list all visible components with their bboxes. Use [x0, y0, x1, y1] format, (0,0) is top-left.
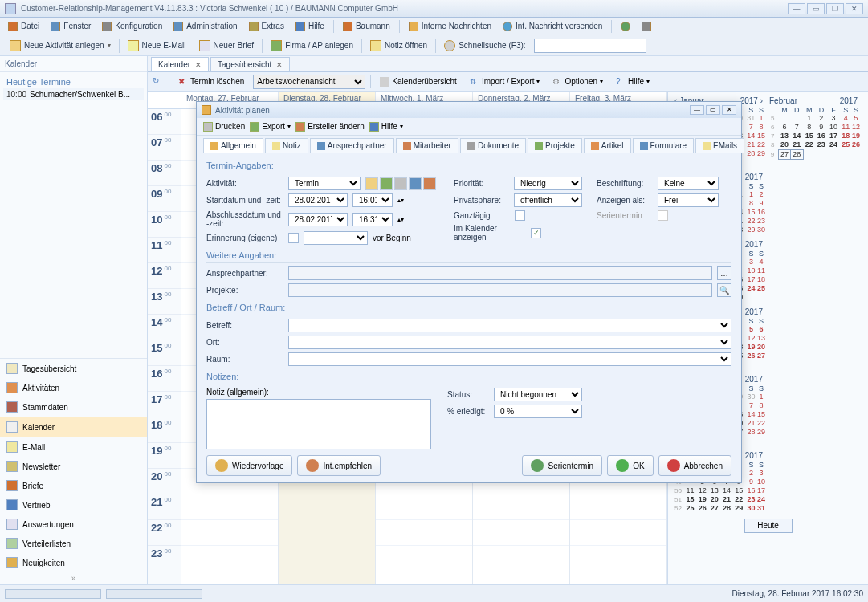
- menu-datei[interactable]: Datei: [3, 20, 44, 33]
- nav-briefe[interactable]: Briefe: [0, 476, 147, 495]
- serientermin-button[interactable]: Serientermin: [522, 455, 602, 476]
- nav-auswertungen[interactable]: Auswertungen: [0, 515, 147, 534]
- dialog-close[interactable]: ✕: [722, 105, 736, 115]
- overview-button[interactable]: Kalenderübersicht: [376, 75, 461, 88]
- menu-hilfe[interactable]: Hilfe: [291, 20, 329, 33]
- status-select[interactable]: Nicht begonnen: [494, 388, 582, 401]
- time-column: 0600070008000900100011001200130014001500…: [148, 109, 181, 584]
- wiedervorlage-button[interactable]: Wiedervorlage: [206, 455, 292, 476]
- separator: [399, 20, 400, 33]
- close-icon[interactable]: ✕: [195, 61, 202, 69]
- restore-button[interactable]: ❐: [826, 3, 844, 14]
- end-time[interactable]: 16:31: [352, 213, 393, 226]
- ok-button[interactable]: OK: [607, 455, 653, 476]
- priv-select[interactable]: öffentlich: [514, 193, 582, 207]
- tab-notiz[interactable]: Notiz: [265, 138, 308, 153]
- menu-int-nachricht-versenden[interactable]: Int. Nachricht versenden: [498, 20, 607, 33]
- minimize-button[interactable]: —: [788, 3, 805, 14]
- dialog-title: Aktivität planen: [215, 106, 270, 115]
- allday-checkbox[interactable]: [515, 210, 525, 221]
- tab-dokumente[interactable]: Dokumente: [460, 138, 526, 153]
- tab-projekte[interactable]: Projekte: [528, 138, 582, 153]
- menu-interne-nachrichten[interactable]: Interne Nachrichten: [404, 20, 496, 33]
- refresh-icon[interactable]: ↻: [153, 76, 164, 87]
- nav-chevron-icon[interactable]: »: [0, 572, 147, 584]
- notiz-textarea[interactable]: [206, 399, 431, 449]
- nav-verteilerlisten[interactable]: Verteilerlisten: [0, 534, 147, 553]
- new-email-button[interactable]: Neue E-Mail: [123, 39, 191, 53]
- tab-artikel[interactable]: Artikel: [584, 138, 631, 153]
- nav-newsletter[interactable]: Newsletter: [0, 457, 147, 476]
- separator: [333, 20, 334, 33]
- tab-tagesuebersicht[interactable]: Tagesübersicht✕: [210, 57, 290, 71]
- heute-button[interactable]: Heute: [744, 519, 793, 533]
- new-activity-button[interactable]: Neue Aktivität anlegen▾: [5, 39, 116, 53]
- close-button[interactable]: ✕: [846, 3, 863, 14]
- beschr-select[interactable]: Keine: [658, 177, 719, 190]
- tab-kalender[interactable]: Kalender✕: [151, 57, 209, 71]
- tab-emails[interactable]: EMails: [695, 138, 744, 153]
- anzeigen-select[interactable]: Frei: [658, 193, 719, 207]
- ap-input[interactable]: [288, 266, 712, 280]
- export-button[interactable]: Export▾: [250, 122, 291, 132]
- mini-cal[interactable]: Februar2017MDMDFSS5123456678910111271314…: [767, 96, 860, 160]
- nav-vertrieb[interactable]: Vertrieb: [0, 495, 147, 515]
- plan-activity-dialog: Aktivität planen —▭✕ Drucken Export▾ Ers…: [196, 101, 742, 483]
- end-date[interactable]: 28.02.2017: [288, 213, 348, 226]
- options-button[interactable]: ⚙Optionen▾: [548, 75, 607, 88]
- maximize-button[interactable]: ▭: [807, 3, 825, 14]
- nav-aktivitaeten[interactable]: Aktivitäten: [0, 378, 147, 397]
- ersteller-button[interactable]: Ersteller ändern: [295, 122, 365, 132]
- raum-input[interactable]: [288, 352, 731, 366]
- aktivitaet-select[interactable]: Termin: [288, 177, 361, 190]
- firma-ap-button[interactable]: Firma / AP anlegen: [266, 39, 358, 53]
- hilfe-button[interactable]: Hilfe▾: [369, 122, 403, 132]
- reminder-checkbox[interactable]: [288, 233, 299, 243]
- ap-lookup-icon[interactable]: …: [717, 266, 731, 280]
- abbrechen-button[interactable]: Abbrechen: [658, 455, 731, 476]
- nav-neuigkeiten[interactable]: Neuigkeiten: [0, 553, 147, 572]
- help-button[interactable]: ?Hilfe▾: [612, 75, 654, 88]
- nav-stammdaten[interactable]: Stammdaten: [0, 397, 147, 417]
- betreff-input[interactable]: [288, 319, 731, 332]
- projekte-input[interactable]: [288, 283, 712, 297]
- schnellsuche-input[interactable]: [534, 39, 646, 53]
- tab-ansprechpartner[interactable]: Ansprechpartner: [310, 138, 394, 153]
- view-select[interactable]: Arbeitswochenansicht: [253, 75, 365, 89]
- menu-extras[interactable]: Extras: [244, 20, 289, 33]
- projekte-lookup-icon[interactable]: 🔍: [717, 283, 731, 297]
- menu-baumann[interactable]: Baumann: [338, 20, 395, 33]
- notiz-button[interactable]: Notiz öffnen: [365, 39, 432, 53]
- delete-termin-button[interactable]: ✖Termin löschen: [174, 75, 248, 88]
- serien-checkbox: [658, 210, 668, 221]
- new-brief-button[interactable]: Neuer Brief: [194, 39, 259, 53]
- start-time[interactable]: 16:01: [352, 193, 393, 207]
- dialog-minimize[interactable]: —: [690, 105, 704, 115]
- nav-email[interactable]: E-Mail: [0, 437, 147, 457]
- import-export-button[interactable]: ⇅Import / Export▾: [466, 75, 544, 88]
- menu-administration[interactable]: Administration: [169, 20, 242, 33]
- user-icon[interactable]: [616, 20, 635, 33]
- drucken-button[interactable]: Drucken: [203, 122, 245, 132]
- today-appointment[interactable]: 10:00 Schumacher/Schwenkel B...: [3, 88, 144, 100]
- tab-formulare[interactable]: Formulare: [633, 138, 695, 153]
- close-icon[interactable]: ✕: [276, 61, 283, 69]
- showincal-checkbox[interactable]: ✓: [531, 228, 541, 238]
- ort-input[interactable]: [288, 336, 731, 349]
- dialog-maximize[interactable]: ▭: [706, 105, 720, 115]
- menu-konfiguration[interactable]: Konfiguration: [97, 20, 167, 33]
- nav-tagesuebersicht[interactable]: Tagesübersicht: [0, 359, 147, 378]
- section-weitere: Weitere Angaben:: [206, 248, 731, 263]
- separator: [119, 39, 120, 53]
- start-date[interactable]: 28.02.2017: [288, 193, 348, 207]
- pct-select[interactable]: 0 %: [494, 405, 582, 418]
- tab-allgemein[interactable]: Allgemein: [203, 138, 263, 153]
- menu-fenster[interactable]: Fenster: [46, 20, 96, 33]
- nav-kalender[interactable]: Kalender: [0, 417, 147, 437]
- tab-mitarbeiter[interactable]: Mitarbeiter: [396, 138, 458, 153]
- reminder-select[interactable]: [304, 231, 368, 245]
- phone-icon[interactable]: [637, 20, 656, 33]
- int-empfehlen-button[interactable]: Int.empfehlen: [297, 455, 381, 476]
- activity-icons[interactable]: [365, 177, 436, 190]
- prio-select[interactable]: Niedrig: [514, 177, 582, 190]
